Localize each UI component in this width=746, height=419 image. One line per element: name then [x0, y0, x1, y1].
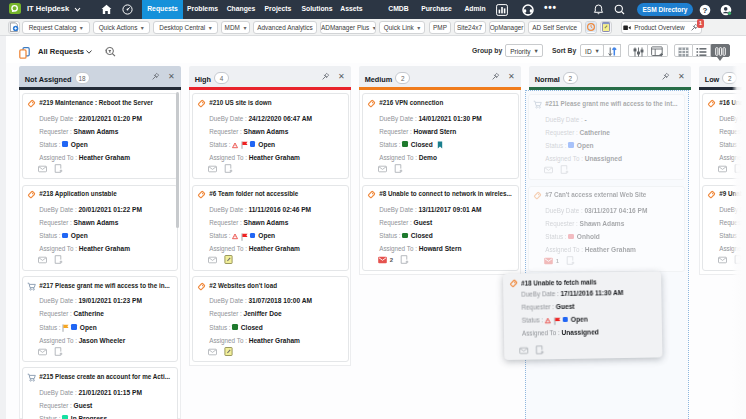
svg-text:?: ? — [702, 5, 707, 14]
